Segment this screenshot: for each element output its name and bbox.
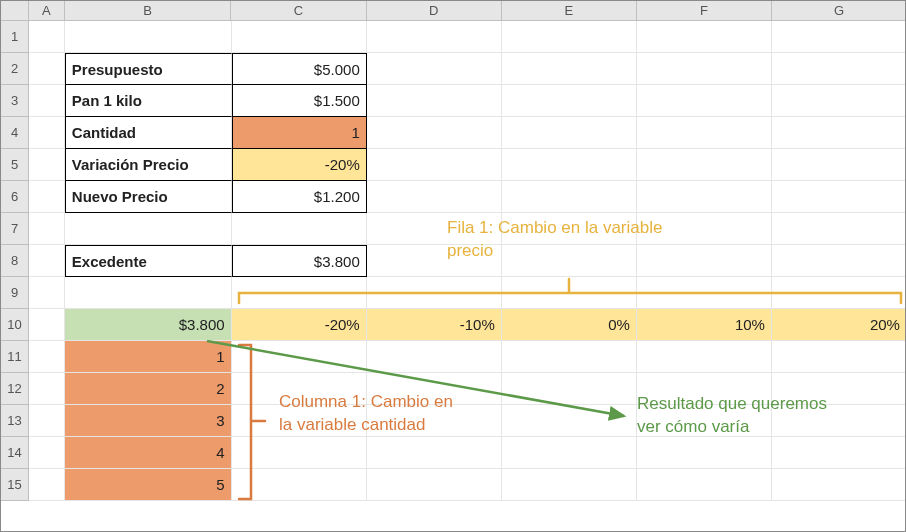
cell-A1[interactable] — [29, 21, 65, 53]
row-header-3[interactable]: 3 — [1, 85, 29, 117]
cell-E6[interactable] — [502, 181, 637, 213]
cell-B12-colval-1[interactable]: 2 — [65, 373, 232, 405]
cell-A9[interactable] — [29, 277, 65, 309]
cell-C12[interactable] — [232, 373, 367, 405]
row-header-5[interactable]: 5 — [1, 149, 29, 181]
cell-F10-rowval-3[interactable]: 10% — [637, 309, 772, 341]
row-header-6[interactable]: 6 — [1, 181, 29, 213]
col-header-D[interactable]: D — [367, 1, 502, 21]
cell-E15[interactable] — [502, 469, 637, 501]
cell-A13[interactable] — [29, 405, 65, 437]
cell-D15[interactable] — [367, 469, 502, 501]
cell-F12[interactable] — [637, 373, 772, 405]
cell-D1[interactable] — [367, 21, 502, 53]
cell-G14[interactable] — [772, 437, 906, 469]
row-header-14[interactable]: 14 — [1, 437, 29, 469]
cell-D10-rowval-1[interactable]: -10% — [367, 309, 502, 341]
cell-B8-excedente-label[interactable]: Excedente — [65, 245, 232, 277]
cell-E13[interactable] — [502, 405, 637, 437]
cell-A14[interactable] — [29, 437, 65, 469]
row-header-1[interactable]: 1 — [1, 21, 29, 53]
cell-E10-rowval-2[interactable]: 0% — [502, 309, 637, 341]
cell-D9[interactable] — [367, 277, 502, 309]
cell-C4-cantidad-value[interactable]: 1 — [232, 117, 367, 149]
cell-F6[interactable] — [637, 181, 772, 213]
select-all-corner[interactable] — [1, 1, 29, 21]
col-header-G[interactable]: G — [772, 1, 906, 21]
row-header-12[interactable]: 12 — [1, 373, 29, 405]
cell-E1[interactable] — [502, 21, 637, 53]
cell-A3[interactable] — [29, 85, 65, 117]
cell-C11[interactable] — [232, 341, 367, 373]
row-header-8[interactable]: 8 — [1, 245, 29, 277]
cell-G13[interactable] — [772, 405, 906, 437]
cell-F14[interactable] — [637, 437, 772, 469]
cell-F8[interactable] — [637, 245, 772, 277]
cell-C9[interactable] — [232, 277, 367, 309]
row-header-2[interactable]: 2 — [1, 53, 29, 85]
cell-A11[interactable] — [29, 341, 65, 373]
cell-E5[interactable] — [502, 149, 637, 181]
row-header-7[interactable]: 7 — [1, 213, 29, 245]
cell-G1[interactable] — [772, 21, 906, 53]
cell-E14[interactable] — [502, 437, 637, 469]
cell-A7[interactable] — [29, 213, 65, 245]
cell-D6[interactable] — [367, 181, 502, 213]
cell-B10-pivot[interactable]: $3.800 — [65, 309, 232, 341]
cell-D13[interactable] — [367, 405, 502, 437]
cell-F11[interactable] — [637, 341, 772, 373]
cell-F1[interactable] — [637, 21, 772, 53]
cell-G2[interactable] — [772, 53, 906, 85]
cell-D3[interactable] — [367, 85, 502, 117]
cell-A2[interactable] — [29, 53, 65, 85]
cell-C2-presupuesto-value[interactable]: $5.000 — [232, 53, 367, 85]
cell-D2[interactable] — [367, 53, 502, 85]
cell-G8[interactable] — [772, 245, 906, 277]
cell-A10[interactable] — [29, 309, 65, 341]
cell-F3[interactable] — [637, 85, 772, 117]
cell-B3-pan-label[interactable]: Pan 1 kilo — [65, 85, 232, 117]
row-header-9[interactable]: 9 — [1, 277, 29, 309]
cell-A5[interactable] — [29, 149, 65, 181]
cell-E4[interactable] — [502, 117, 637, 149]
cell-B6-nuevo-label[interactable]: Nuevo Precio — [65, 181, 232, 213]
cell-D4[interactable] — [367, 117, 502, 149]
cell-G7[interactable] — [772, 213, 906, 245]
cell-B9[interactable] — [65, 277, 232, 309]
cell-D12[interactable] — [367, 373, 502, 405]
row-header-13[interactable]: 13 — [1, 405, 29, 437]
row-header-11[interactable]: 11 — [1, 341, 29, 373]
cell-F2[interactable] — [637, 53, 772, 85]
cell-C6-nuevo-value[interactable]: $1.200 — [232, 181, 367, 213]
cell-A15[interactable] — [29, 469, 65, 501]
cell-B4-cantidad-label[interactable]: Cantidad — [65, 117, 232, 149]
cell-F9[interactable] — [637, 277, 772, 309]
cell-G9[interactable] — [772, 277, 906, 309]
cell-A8[interactable] — [29, 245, 65, 277]
cell-B7[interactable] — [65, 213, 232, 245]
cell-C8-excedente-value[interactable]: $3.800 — [232, 245, 367, 277]
cell-G5[interactable] — [772, 149, 906, 181]
cell-E7[interactable] — [502, 213, 637, 245]
cell-G10-rowval-4[interactable]: 20% — [772, 309, 906, 341]
cell-F15[interactable] — [637, 469, 772, 501]
cell-D7[interactable] — [367, 213, 502, 245]
cell-B13-colval-2[interactable]: 3 — [65, 405, 232, 437]
cell-D8[interactable] — [367, 245, 502, 277]
cell-F13[interactable] — [637, 405, 772, 437]
cell-C5-variacion-value[interactable]: -20% — [232, 149, 367, 181]
row-header-4[interactable]: 4 — [1, 117, 29, 149]
cell-C3-pan-value[interactable]: $1.500 — [232, 85, 367, 117]
cell-C1[interactable] — [232, 21, 367, 53]
cell-E8[interactable] — [502, 245, 637, 277]
cell-B15-colval-4[interactable]: 5 — [65, 469, 232, 501]
cell-C14[interactable] — [232, 437, 367, 469]
col-header-C[interactable]: C — [231, 1, 366, 21]
cell-G4[interactable] — [772, 117, 906, 149]
cell-G15[interactable] — [772, 469, 906, 501]
cell-F7[interactable] — [637, 213, 772, 245]
cell-C7[interactable] — [232, 213, 367, 245]
row-header-15[interactable]: 15 — [1, 469, 29, 501]
cell-C13[interactable] — [232, 405, 367, 437]
cell-D11[interactable] — [367, 341, 502, 373]
